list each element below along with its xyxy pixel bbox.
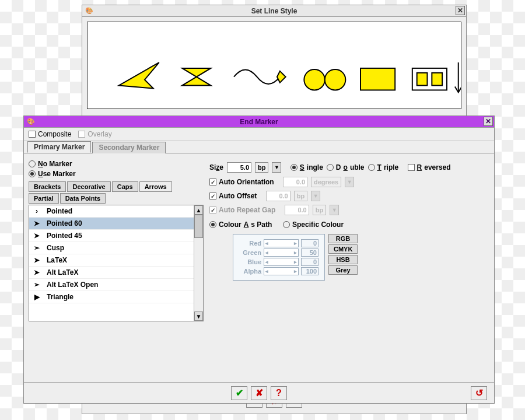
close-icon[interactable]: ✕ bbox=[484, 117, 493, 126]
orientation-input: 0.0 bbox=[283, 177, 307, 187]
list-item[interactable]: ➤Pointed 60 bbox=[29, 218, 203, 230]
svg-marker-1 bbox=[277, 71, 286, 83]
list-item[interactable]: ➤Pointed 45 bbox=[29, 230, 203, 242]
orientation-unit: degrees bbox=[311, 177, 341, 187]
top-options-row: Composite Overlay bbox=[24, 128, 494, 141]
svg-point-2 bbox=[304, 69, 325, 90]
marker-category-tabs: Brackets Decorative Caps Arrows Partial … bbox=[29, 181, 204, 205]
repeat-input: 0.0 bbox=[285, 205, 309, 215]
action-bar: ✔ ✘ ? ↺ bbox=[24, 382, 494, 403]
preview-canvas bbox=[87, 22, 461, 109]
size-label: Size bbox=[209, 163, 223, 172]
red-slider[interactable]: ◂▸ bbox=[264, 239, 299, 247]
single-radio[interactable]: Single bbox=[290, 163, 323, 172]
scroll-down-icon[interactable]: ▼ bbox=[194, 312, 203, 321]
left-panel: No Marker Use Marker Brackets Decorative… bbox=[29, 158, 204, 321]
alpha-slider[interactable]: ◂▸ bbox=[264, 267, 299, 275]
list-item[interactable]: ➣Cusp bbox=[29, 242, 203, 254]
tab-primary-marker[interactable]: Primary Marker bbox=[27, 141, 91, 153]
reversed-checkbox[interactable]: Reversed bbox=[408, 163, 451, 172]
titlebar[interactable]: 🎨 Set Line Style ✕ bbox=[82, 5, 466, 17]
blue-slider[interactable]: ◂▸ bbox=[264, 258, 299, 266]
list-item[interactable]: ➤Alt LaTeX bbox=[29, 267, 203, 279]
subtab-caps[interactable]: Caps bbox=[112, 181, 138, 192]
size-unit-dropdown[interactable]: ▼ bbox=[272, 162, 281, 173]
reset-button[interactable]: ↺ bbox=[471, 386, 487, 400]
list-item[interactable]: ›Pointed bbox=[29, 205, 203, 218]
composite-label: Composite bbox=[38, 130, 71, 138]
right-panel: Size 5.0 bp ▼ Single Double Triple Rever… bbox=[209, 158, 489, 321]
orientation-dropdown: ▼ bbox=[345, 177, 354, 187]
app-icon: 🎨 bbox=[26, 117, 36, 127]
marker-list: ›Pointed ➤Pointed 60 ➤Pointed 45 ➣Cusp ➤… bbox=[29, 205, 204, 321]
help-button[interactable]: ? bbox=[271, 386, 287, 400]
specific-colour-radio[interactable]: Specific Colour bbox=[283, 220, 344, 229]
no-marker-radio[interactable]: No Marker bbox=[29, 160, 204, 168]
auto-offset-checkbox[interactable]: ✓Auto Offset bbox=[209, 192, 257, 200]
offset-dropdown: ▼ bbox=[311, 191, 320, 201]
mode-cmyk[interactable]: CMYK bbox=[328, 244, 358, 254]
tab-secondary-marker[interactable]: Secondary Marker bbox=[92, 142, 166, 153]
size-unit[interactable]: bp bbox=[255, 162, 268, 173]
scroll-up-icon[interactable]: ▲ bbox=[194, 205, 203, 215]
composite-checkbox[interactable]: Composite bbox=[29, 130, 71, 138]
subtab-decorative[interactable]: Decorative bbox=[67, 181, 110, 192]
cancel-button[interactable]: ✘ bbox=[251, 386, 267, 400]
window-title: End Marker bbox=[240, 118, 278, 126]
colour-sliders: Red◂▸0 Green◂▸50 Blue◂▸0 Alpha◂▸100 bbox=[233, 234, 325, 281]
list-item[interactable]: ➢Alt LaTeX Open bbox=[29, 279, 203, 291]
app-icon: 🎨 bbox=[85, 6, 94, 16]
repeat-dropdown: ▼ bbox=[330, 205, 339, 215]
end-marker-window: 🎨 End Marker ✕ Composite Overlay Primary… bbox=[23, 116, 495, 404]
subtab-arrows[interactable]: Arrows bbox=[139, 181, 172, 192]
scroll-thumb[interactable] bbox=[194, 215, 203, 238]
offset-unit: bp bbox=[294, 191, 307, 201]
mode-hsb[interactable]: HSB bbox=[328, 255, 358, 264]
size-input[interactable]: 5.0 bbox=[227, 162, 251, 173]
ok-button[interactable]: ✔ bbox=[231, 386, 247, 400]
triple-radio[interactable]: Triple bbox=[368, 163, 399, 172]
scrollbar[interactable]: ▲ ▼ bbox=[194, 205, 203, 321]
list-item[interactable]: ➤LaTeX bbox=[29, 254, 203, 267]
window-title: Set Line Style bbox=[251, 7, 298, 15]
titlebar[interactable]: 🎨 End Marker ✕ bbox=[24, 116, 494, 128]
green-slider[interactable]: ◂▸ bbox=[264, 249, 299, 257]
close-icon[interactable]: ✕ bbox=[456, 6, 465, 15]
colour-as-path-radio[interactable]: Colour As Path bbox=[209, 220, 272, 229]
subtab-partial[interactable]: Partial bbox=[29, 193, 59, 204]
offset-input: 0.0 bbox=[266, 191, 290, 201]
overlay-checkbox[interactable]: Overlay bbox=[78, 130, 111, 138]
overlay-label: Overlay bbox=[88, 130, 111, 138]
svg-point-3 bbox=[325, 69, 346, 90]
svg-rect-4 bbox=[360, 68, 395, 90]
svg-rect-6 bbox=[417, 73, 428, 86]
svg-rect-7 bbox=[432, 73, 442, 86]
svg-marker-0 bbox=[119, 62, 159, 88]
mode-rgb[interactable]: RGB bbox=[328, 234, 358, 243]
mode-grey[interactable]: Grey bbox=[328, 265, 358, 275]
subtab-brackets[interactable]: Brackets bbox=[29, 181, 66, 192]
auto-repeat-checkbox: ✓Auto Repeat Gap bbox=[209, 206, 275, 214]
list-item[interactable]: ▶Triangle bbox=[29, 291, 203, 303]
colour-mode-buttons: RGB CMYK HSB Grey bbox=[328, 234, 358, 275]
double-radio[interactable]: Double bbox=[327, 163, 365, 172]
use-marker-radio[interactable]: Use Marker bbox=[29, 170, 204, 178]
subtab-datapoints[interactable]: Data Points bbox=[60, 193, 106, 204]
auto-orientation-checkbox[interactable]: ✓Auto Orientation bbox=[209, 178, 274, 186]
marker-tabs: Primary Marker Secondary Marker bbox=[24, 141, 494, 153]
repeat-unit: bp bbox=[313, 205, 326, 215]
